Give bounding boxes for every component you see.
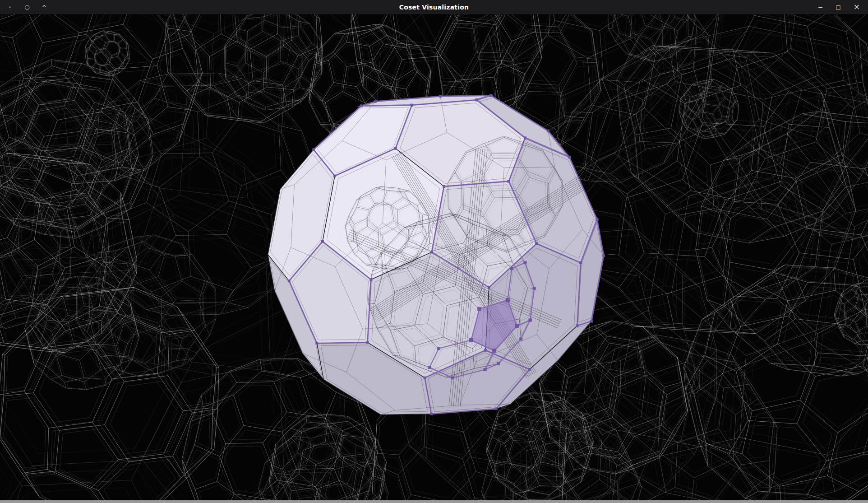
dot-icon: •	[6, 5, 14, 9]
app-window: • ○ ^ Coset Visualization − □ ×	[0, 0, 868, 503]
close-button[interactable]: ×	[854, 3, 860, 11]
titlebar-left-toolbar: • ○ ^	[0, 4, 48, 10]
window-controls: − □ ×	[818, 3, 868, 11]
window-title: Coset Visualization	[399, 4, 469, 11]
titlebar: • ○ ^ Coset Visualization − □ ×	[0, 0, 868, 14]
maximize-button[interactable]: □	[836, 5, 840, 10]
visualization-canvas[interactable]	[0, 14, 868, 500]
circle-icon[interactable]: ○	[23, 4, 31, 10]
chevron-up-icon[interactable]: ^	[41, 5, 48, 11]
window-bottom-edge	[0, 500, 868, 503]
minimize-button[interactable]: −	[818, 4, 823, 10]
